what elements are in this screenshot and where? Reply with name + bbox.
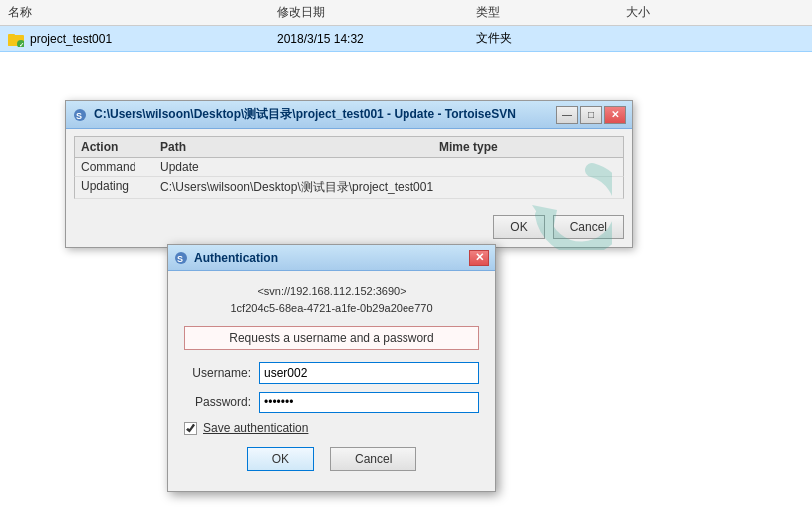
auth-username-input[interactable] <box>259 362 479 384</box>
explorer-file-date: 2018/3/15 14:32 <box>277 32 476 46</box>
file-name-text: project_test001 <box>30 32 112 46</box>
svn-header-mime: Mime type <box>439 140 569 154</box>
svn-titlebar-icon: S <box>72 107 88 123</box>
auth-save-checkbox[interactable] <box>184 422 197 435</box>
svn-restore-button[interactable]: □ <box>580 106 602 124</box>
svg-text:✓: ✓ <box>19 42 24 47</box>
auth-username-label: Username: <box>184 366 259 380</box>
explorer-col-size: 大小 <box>626 4 725 21</box>
auth-dialog: S Authentication ✕ <svn://192.168.112.15… <box>167 244 496 492</box>
svn-titlebar: S C:\Users\wilsoon\Desktop\测试目录\project_… <box>66 101 632 129</box>
auth-password-label: Password: <box>184 396 259 409</box>
auth-username-row: Username: <box>184 362 479 384</box>
svn-path-updating: C:\Users\wilsoon\Desktop\测试目录\project_te… <box>160 179 569 196</box>
svn-window-title: C:\Users\wilsoon\Desktop\测试目录\project_te… <box>94 106 556 123</box>
explorer-col-name: 名称 <box>8 4 277 21</box>
auth-request-label: Requests a username and a password <box>184 326 479 350</box>
auth-titlebar-icon: S <box>174 251 188 265</box>
svn-action-updating: Updating <box>81 179 160 196</box>
svn-header-action: Action <box>81 140 160 154</box>
auth-checkbox-check <box>186 424 195 433</box>
svg-text:S: S <box>177 254 183 264</box>
explorer-col-type: 类型 <box>476 4 626 21</box>
svn-header-path: Path <box>160 140 439 154</box>
svn-update-window: S C:\Users\wilsoon\Desktop\测试目录\project_… <box>65 100 633 248</box>
svn-titlebar-controls: — □ ✕ <box>556 106 626 124</box>
auth-dialog-title: Authentication <box>194 251 469 265</box>
svn-arrow-area <box>517 155 617 255</box>
svg-text:S: S <box>76 111 82 121</box>
auth-password-row: Password: <box>184 392 479 413</box>
folder-icon: ✓ <box>8 31 24 47</box>
auth-dialog-body: <svn://192.168.112.152:3690> 1cf204c5-68… <box>168 271 495 491</box>
explorer-file-type: 文件夹 <box>476 30 626 47</box>
auth-cancel-button[interactable]: Cancel <box>330 447 416 471</box>
auth-titlebar: S Authentication ✕ <box>168 245 495 271</box>
svn-action-command: Command <box>81 160 160 174</box>
auth-save-label: Save authentication <box>203 421 308 435</box>
auth-password-input[interactable] <box>259 392 479 413</box>
auth-dialog-buttons: OK Cancel <box>184 447 479 483</box>
explorer-col-date: 修改日期 <box>277 4 476 21</box>
auth-save-row: Save authentication <box>184 421 479 435</box>
auth-server-line1: <svn://192.168.112.152:3690> <box>184 283 479 300</box>
svn-path-command: Update <box>160 160 569 174</box>
svn-minimize-button[interactable]: — <box>556 106 578 124</box>
auth-server-info: <svn://192.168.112.152:3690> 1cf204c5-68… <box>184 283 479 316</box>
auth-ok-button[interactable]: OK <box>247 447 314 471</box>
explorer-file-row[interactable]: ✓ project_test001 2018/3/15 14:32 文件夹 <box>0 26 812 52</box>
svn-close-button[interactable]: ✕ <box>604 106 626 124</box>
explorer-file-name: ✓ project_test001 <box>8 31 277 47</box>
explorer-header: 名称 修改日期 类型 大小 <box>0 0 812 26</box>
auth-server-line2: 1cf204c5-68ea-4721-a1fe-0b29a20ee770 <box>184 300 479 317</box>
auth-close-button[interactable]: ✕ <box>469 250 489 266</box>
